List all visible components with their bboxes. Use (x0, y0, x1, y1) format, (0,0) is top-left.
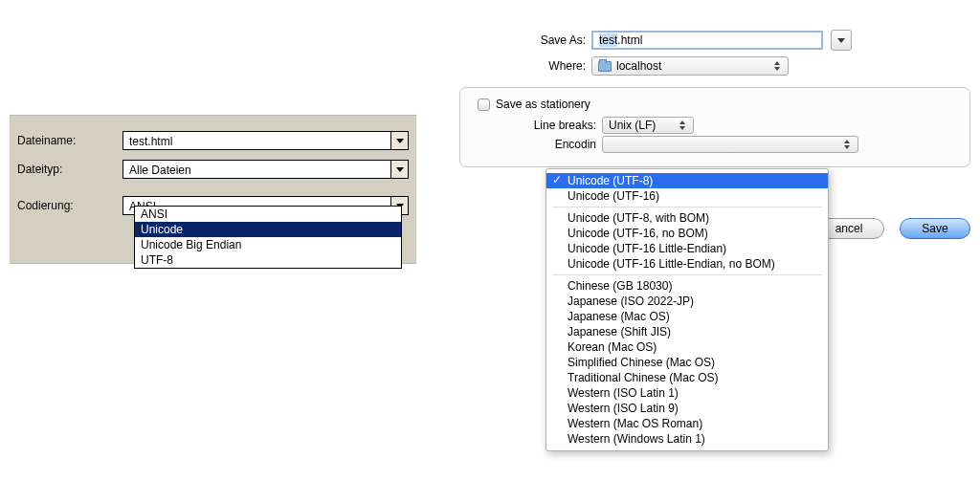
filetype-combo[interactable]: Alle Dateien (122, 160, 409, 179)
encoding-menu-item[interactable]: Unicode (UTF-8) (546, 173, 828, 188)
windows-save-panel: Dateiname: test.html Dateityp: Alle Date… (10, 115, 416, 264)
filetype-label: Dateityp: (17, 163, 122, 176)
encoding-menu-item[interactable]: Unicode (UTF-16 Little-Endian, no BOM) (546, 256, 828, 272)
encoding-menu-item[interactable]: Simplified Chinese (Mac OS) (546, 355, 828, 370)
options-box: Save as stationery Line breaks: Unix (LF… (459, 87, 970, 167)
encoding-option[interactable]: Unicode Big Endian (135, 237, 401, 252)
save-as-selection: test (599, 33, 617, 47)
encoding-label-mac: Encodin (523, 138, 602, 151)
encoding-menu-item[interactable]: Chinese (GB 18030) (546, 278, 828, 294)
linebreaks-label: Line breaks: (523, 119, 602, 132)
updown-icon (772, 59, 782, 73)
save-button[interactable]: Save (900, 218, 970, 239)
encoding-menu-item[interactable]: Western (Windows Latin 1) (546, 431, 828, 447)
folder-icon (598, 61, 612, 72)
mac-save-sheet: Save As: test.html Where: localhost Save… (450, 0, 980, 480)
updown-icon (842, 138, 852, 151)
filename-dropdown-button[interactable] (390, 132, 408, 149)
encoding-menu-item[interactable]: Unicode (UTF-16, no BOM) (546, 226, 828, 241)
save-as-input[interactable]: test.html (591, 31, 823, 50)
encoding-option[interactable]: ANSI (135, 207, 401, 222)
encoding-menu-item[interactable]: Western (ISO Latin 1) (546, 385, 828, 401)
encoding-menu-item[interactable]: Traditional Chinese (Mac OS) (546, 370, 828, 385)
updown-icon (678, 119, 687, 132)
encoding-menu-item[interactable]: Unicode (UTF-8, with BOM) (546, 210, 828, 226)
encoding-popup-menu[interactable]: Unicode (UTF-8)Unicode (UTF-16)Unicode (… (546, 168, 829, 451)
linebreaks-value: Unix (LF) (609, 119, 656, 132)
stationery-checkbox[interactable] (478, 98, 490, 111)
linebreaks-popup[interactable]: Unix (LF) (602, 117, 694, 134)
encoding-option[interactable]: UTF-8 (135, 252, 401, 268)
encoding-menu-item[interactable]: Japanese (ISO 2022-JP) (546, 294, 828, 309)
expand-arrow-button[interactable] (831, 30, 852, 51)
filename-value[interactable]: test.html (123, 132, 390, 149)
save-as-label: Save As: (450, 33, 591, 47)
encoding-popup-button[interactable] (602, 136, 858, 153)
encoding-dropdown-list[interactable]: ANSIUnicodeUnicode Big EndianUTF-8 (134, 206, 402, 269)
encoding-menu-item[interactable]: Unicode (UTF-16 Little-Endian) (546, 241, 828, 256)
filename-label: Dateiname: (17, 134, 122, 147)
encoding-menu-item[interactable]: Western (Mac OS Roman) (546, 416, 828, 431)
filetype-value: Alle Dateien (123, 161, 390, 178)
stationery-checkbox-row[interactable]: Save as stationery (478, 98, 960, 111)
filename-combo[interactable]: test.html (122, 131, 409, 150)
encoding-menu-item[interactable]: Korean (Mac OS) (546, 339, 828, 355)
stationery-label: Save as stationery (496, 98, 590, 111)
where-value: localhost (616, 59, 661, 73)
encoding-label: Codierung: (17, 199, 122, 212)
where-popup[interactable]: localhost (591, 56, 789, 76)
encoding-menu-item[interactable]: Japanese (Mac OS) (546, 309, 828, 324)
filetype-dropdown-button[interactable] (390, 161, 408, 178)
encoding-menu-item[interactable]: Japanese (Shift JIS) (546, 324, 828, 339)
where-label: Where: (450, 59, 591, 73)
encoding-option[interactable]: Unicode (135, 222, 401, 237)
encoding-menu-item[interactable]: Unicode (UTF-16) (546, 188, 828, 204)
encoding-menu-item[interactable]: Western (ISO Latin 9) (546, 401, 828, 416)
